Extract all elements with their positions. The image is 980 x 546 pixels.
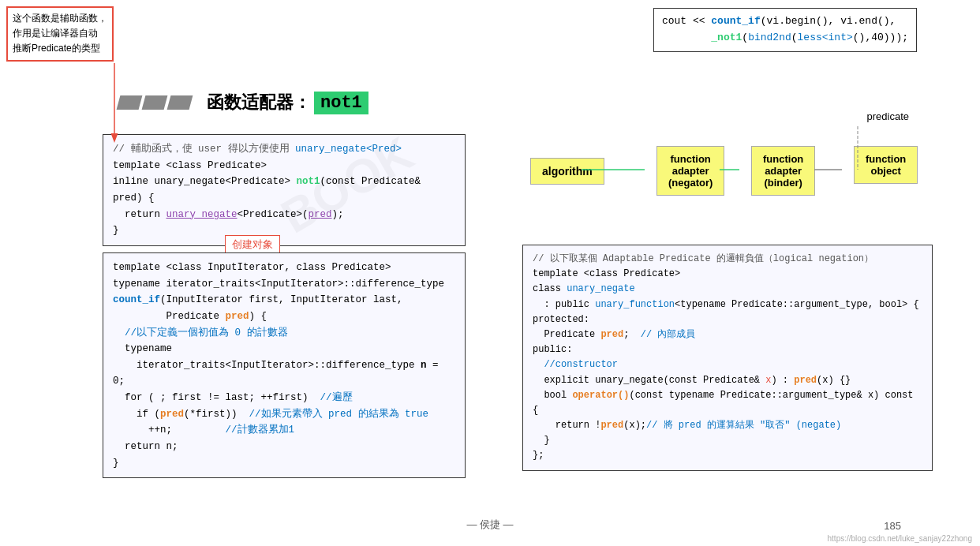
code-box-count-if: template <class InputIterator, class Pre… (103, 252, 466, 478)
helper-inline: inline unary_negate<Predicate> not1(cons… (113, 174, 455, 206)
footer-author: https://blog.csdn.net/luke_sanjay22zhong (828, 534, 972, 543)
header-icons (118, 95, 191, 110)
header-area: 函数适配器： not1 (103, 79, 384, 118)
annotation-box: 这个函数是辅助函数，作用是让编译器自动推断Predicate的类型 (6, 6, 114, 62)
page-container: 这个函数是辅助函数，作用是让编译器自动推断Predicate的类型 函数适配器：… (0, 0, 980, 546)
un-line2: class unary_negate (533, 282, 922, 297)
cif-line12: } (113, 455, 455, 472)
un-line5: Predicate pred; // 內部成員 (533, 327, 922, 342)
cif-line7: iterator_traits<InputIterator>::differen… (113, 357, 455, 390)
header-icon-2 (142, 95, 168, 110)
footer-separator: — 侯捷 — (466, 518, 513, 532)
cif-line1: template <class InputIterator, class Pre… (113, 260, 455, 276)
un-line11: } (533, 433, 922, 448)
code-topright-line2: _not1(bind2nd(less<int>(),40))); (662, 30, 908, 47)
diag-fa-binder: function adapter (binder) (751, 146, 815, 196)
helper-comment: // 輔助函式，使 user 得以方便使用 unary_negate<Pred> (113, 141, 455, 158)
annotation-text: 这个函数是辅助函数，作用是让编译器自动推断Predicate的类型 (13, 13, 107, 54)
un-line1: template <class Predicate> (533, 267, 922, 282)
footer-page: 185 (884, 520, 901, 532)
un-line3: : public unary_function<typename Predica… (533, 297, 922, 312)
predicate-label: predicate (867, 110, 909, 122)
cif-line5: //以下定義一個初值為 0 的計數器 (113, 325, 455, 342)
header-icon-3 (167, 95, 193, 110)
title-prefix: 函数适配器： (207, 91, 311, 114)
un-line10: return !pred(x);// 將 pred 的運算結果 "取否" (ne… (533, 418, 922, 433)
un-line7: //constructor (533, 357, 922, 372)
helper-return: return unary_negate<Predicate>(pred); (113, 207, 455, 223)
cif-line10: ++n; //計數器累加1 (113, 422, 455, 439)
diag-fa-negator: function adapter (negator) (656, 146, 724, 196)
header-icon-1 (117, 95, 143, 110)
cif-line9: if (pred(*first)) //如果元素帶入 pred 的結果為 tru… (113, 406, 455, 423)
code-box-unary-negate: // 以下取某個 Adaptable Predicate 的邏輯負值（logic… (522, 245, 933, 471)
diagram-area: algorithm function adapter (negator) fun… (522, 134, 933, 237)
un-line9: bool operator()(const typename Predicate… (533, 388, 922, 418)
cif-line11: return n; (113, 439, 455, 455)
code-topright-line1: cout << count_if(vi.begin(), vi.end(), (662, 13, 908, 30)
cif-line4: Predicate pred) { (113, 309, 455, 325)
cif-line3: count_if(InputIterator first, InputItera… (113, 292, 455, 309)
cif-line6: typename (113, 341, 455, 357)
diag-algorithm: algorithm (530, 158, 604, 185)
un-line8: explicit unary_negate(const Predicate& x… (533, 373, 922, 388)
title-highlight: not1 (314, 92, 368, 114)
code-box-helper: // 輔助函式，使 user 得以方便使用 unary_negate<Pred>… (103, 134, 466, 246)
footer: — 侯捷 — (0, 518, 980, 532)
un-line12: }; (533, 448, 922, 463)
helper-template: template <class Predicate> (113, 158, 455, 174)
diag-function-object: function object (854, 146, 918, 184)
cif-line8: for ( ; first != last; ++first) //遍歷 (113, 390, 455, 406)
un-line6: public: (533, 342, 922, 357)
cif-line2: typename iterator_traits<InputIterator>:… (113, 276, 455, 293)
un-comment: // 以下取某個 Adaptable Predicate 的邏輯負值（logic… (533, 252, 922, 267)
un-line4: protected: (533, 312, 922, 327)
header-title: 函数适配器： not1 (207, 91, 368, 114)
helper-close: } (113, 223, 455, 239)
code-box-topright: cout << count_if(vi.begin(), vi.end(), _… (653, 8, 917, 52)
create-obj-label: 创建对象 (225, 235, 280, 254)
